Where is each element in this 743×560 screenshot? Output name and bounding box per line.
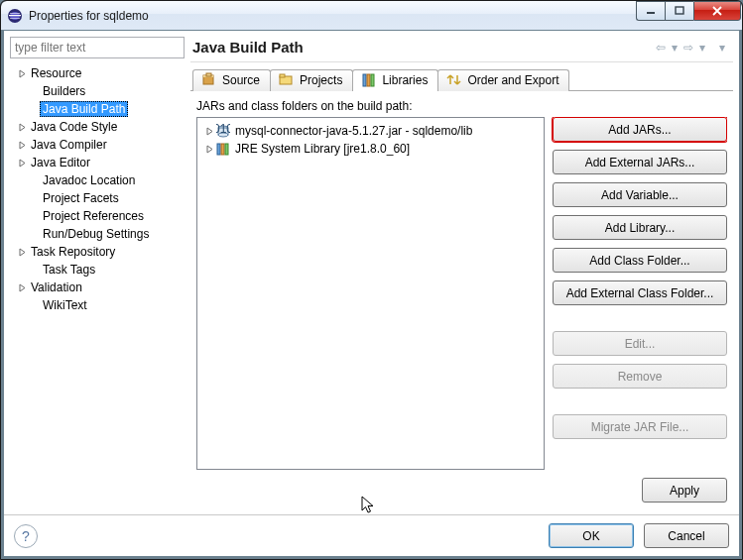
tabstrip: Source Projects bbox=[190, 68, 733, 91]
expand-arrow-icon[interactable] bbox=[16, 248, 28, 257]
svg-text:010: 010 bbox=[216, 124, 230, 136]
tree-item-java-code-style[interactable]: Java Code Style bbox=[10, 118, 185, 136]
tab-source[interactable]: Source bbox=[192, 69, 271, 91]
svg-rect-14 bbox=[371, 74, 374, 86]
svg-rect-19 bbox=[217, 144, 220, 155]
list-heading: JARs and class folders on the build path… bbox=[196, 99, 727, 113]
cancel-button[interactable]: Cancel bbox=[644, 523, 729, 548]
back-icon[interactable]: ⇦ bbox=[654, 41, 668, 55]
tree-item-wikitext[interactable]: WikiText bbox=[10, 296, 185, 314]
svg-rect-2 bbox=[9, 15, 21, 16]
bottom-bar: ? OK Cancel bbox=[4, 514, 739, 556]
window-controls bbox=[636, 8, 741, 24]
migrate-jar-button[interactable]: Migrate JAR File... bbox=[553, 414, 727, 439]
expand-arrow-icon[interactable] bbox=[16, 69, 28, 78]
left-pane: ResourceBuildersJava Build PathJava Code… bbox=[10, 37, 185, 508]
expand-arrow-icon[interactable] bbox=[16, 141, 28, 150]
svg-rect-9 bbox=[206, 73, 211, 76]
tree-item-label: Project Facets bbox=[40, 190, 122, 206]
list-item-label: JRE System Library [jre1.8.0_60] bbox=[235, 142, 410, 156]
view-menu-icon[interactable]: ▾ bbox=[717, 41, 727, 55]
apply-button[interactable]: Apply bbox=[642, 478, 727, 503]
tree-item-java-editor[interactable]: Java Editor bbox=[10, 154, 185, 171]
svg-rect-11 bbox=[280, 74, 285, 77]
tab-libraries[interactable]: Libraries bbox=[352, 69, 438, 91]
titlebar: Properties for sqldemo bbox=[1, 1, 742, 31]
svg-rect-4 bbox=[10, 18, 20, 19]
list-item-label: mysql-connector-java-5.1.27.jar - sqldem… bbox=[235, 124, 472, 138]
tree-item-label: Builders bbox=[40, 83, 88, 99]
remove-button[interactable]: Remove bbox=[553, 364, 727, 389]
add-variable-button[interactable]: Add Variable... bbox=[553, 182, 727, 207]
edit-button[interactable]: Edit... bbox=[553, 331, 727, 356]
tree-item-resource[interactable]: Resource bbox=[10, 64, 185, 82]
list-item[interactable]: JRE System Library [jre1.8.0_60] bbox=[199, 140, 542, 158]
add-external-class-folder-button[interactable]: Add External Class Folder... bbox=[553, 280, 727, 305]
svg-rect-12 bbox=[363, 74, 366, 86]
content-split: ResourceBuildersJava Build PathJava Code… bbox=[4, 31, 739, 514]
tab-order[interactable]: Order and Export bbox=[437, 69, 569, 91]
tree-item-project-facets[interactable]: Project Facets bbox=[10, 189, 185, 207]
tab-projects[interactable]: Projects bbox=[270, 69, 353, 91]
add-external-jars-button[interactable]: Add External JARs... bbox=[553, 150, 727, 174]
page-title: Java Build Path bbox=[192, 39, 654, 56]
tree-item-label: Run/Debug Settings bbox=[40, 226, 152, 242]
tree-item-java-compiler[interactable]: Java Compiler bbox=[10, 136, 185, 154]
svg-rect-6 bbox=[676, 7, 683, 14]
tree-item-builders[interactable]: Builders bbox=[10, 82, 185, 100]
forward-icon[interactable]: ⇨ bbox=[681, 41, 695, 55]
svg-rect-20 bbox=[221, 144, 224, 155]
expand-arrow-icon[interactable] bbox=[203, 145, 215, 154]
tree-item-run-debug-settings[interactable]: Run/Debug Settings bbox=[10, 225, 185, 243]
right-pane: Java Build Path ⇦▾ ⇨▾ ▾ Source bbox=[190, 37, 733, 508]
back-menu-icon[interactable]: ▾ bbox=[670, 41, 680, 55]
right-header: Java Build Path ⇦▾ ⇨▾ ▾ bbox=[190, 37, 733, 61]
expand-arrow-icon[interactable] bbox=[16, 123, 28, 132]
body-row: 010mysql-connector-java-5.1.27.jar - sql… bbox=[196, 117, 727, 470]
eclipse-icon bbox=[7, 8, 23, 24]
maximize-button[interactable] bbox=[665, 1, 693, 21]
svg-rect-3 bbox=[10, 13, 20, 14]
add-class-folder-button[interactable]: Add Class Folder... bbox=[553, 248, 727, 273]
tree-item-label: Resource bbox=[28, 65, 84, 81]
tab-libraries-label: Libraries bbox=[382, 73, 428, 87]
svg-rect-21 bbox=[225, 144, 228, 155]
tab-source-label: Source bbox=[222, 73, 260, 87]
expand-arrow-icon[interactable] bbox=[203, 127, 215, 136]
ok-button[interactable]: OK bbox=[549, 523, 634, 548]
tree-item-validation[interactable]: Validation bbox=[10, 279, 185, 296]
expand-arrow-icon[interactable] bbox=[16, 159, 28, 168]
forward-menu-icon[interactable]: ▾ bbox=[697, 41, 707, 55]
tree-item-task-repository[interactable]: Task Repository bbox=[10, 243, 185, 261]
separator bbox=[190, 61, 733, 62]
tree-item-label: Java Code Style bbox=[28, 119, 120, 135]
tree-item-label: Validation bbox=[28, 280, 85, 295]
help-icon[interactable]: ? bbox=[14, 524, 38, 548]
tab-projects-label: Projects bbox=[300, 73, 342, 87]
svg-rect-13 bbox=[367, 74, 370, 86]
order-icon bbox=[446, 72, 462, 88]
tree-item-task-tags[interactable]: Task Tags bbox=[10, 261, 185, 279]
tab-body: JARs and class folders on the build path… bbox=[190, 91, 733, 508]
source-icon bbox=[201, 72, 217, 88]
tree-item-label: Task Repository bbox=[28, 244, 118, 260]
libraries-icon bbox=[361, 72, 377, 88]
properties-window: Properties for sqldemo ResourceBuildersJ… bbox=[0, 0, 743, 560]
tab-order-label: Order and Export bbox=[467, 73, 558, 87]
add-jars-button[interactable]: Add JARs... bbox=[553, 117, 727, 142]
tree-item-label: Javadoc Location bbox=[40, 172, 138, 188]
filter-input[interactable] bbox=[10, 37, 185, 58]
tree-item-javadoc-location[interactable]: Javadoc Location bbox=[10, 171, 185, 189]
tree-item-label: Java Build Path bbox=[40, 101, 128, 117]
add-library-button[interactable]: Add Library... bbox=[553, 215, 727, 240]
close-button[interactable] bbox=[693, 1, 741, 21]
expand-arrow-icon[interactable] bbox=[16, 283, 28, 292]
tree-item-label: Task Tags bbox=[40, 262, 98, 278]
jars-list[interactable]: 010mysql-connector-java-5.1.27.jar - sql… bbox=[196, 117, 545, 470]
list-item[interactable]: 010mysql-connector-java-5.1.27.jar - sql… bbox=[199, 122, 542, 140]
category-tree[interactable]: ResourceBuildersJava Build PathJava Code… bbox=[10, 64, 185, 508]
tree-item-project-references[interactable]: Project References bbox=[10, 207, 185, 225]
minimize-button[interactable] bbox=[636, 1, 665, 21]
tree-item-java-build-path[interactable]: Java Build Path bbox=[10, 100, 185, 118]
buttons-column: Add JARs... Add External JARs... Add Var… bbox=[553, 117, 727, 470]
